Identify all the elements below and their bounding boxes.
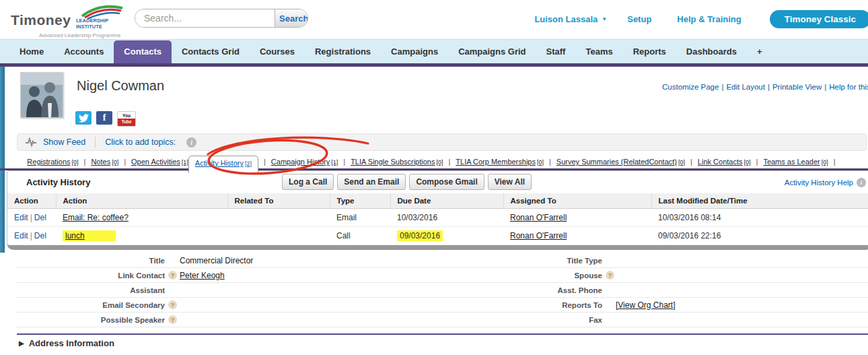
contact-detail-fields: Title Commercial Director Title Type Lin… xyxy=(17,253,868,327)
quicklink-link-contacts[interactable]: Link Contacts xyxy=(698,158,743,166)
field-label-title-type: Title Type xyxy=(437,257,602,265)
page-title-contact-name: Nigel Cowman xyxy=(77,78,164,94)
tab-reports[interactable]: Reports xyxy=(623,40,676,63)
main-tab-bar: Home Accounts Contacts Contacts Grid Cou… xyxy=(0,40,868,63)
col-assigned-to: Assigned To xyxy=(503,193,651,209)
youtube-icon[interactable]: You Tube xyxy=(117,111,136,127)
field-label-possible-speaker: Possible Speaker? xyxy=(17,316,165,324)
quicklink-activity-history-box: Activity History[2] xyxy=(188,156,258,173)
tab-staff[interactable]: Staff xyxy=(536,40,576,63)
tab-dashboards[interactable]: Dashboards xyxy=(676,40,747,63)
send-an-email-button[interactable]: Send an Email xyxy=(337,174,406,190)
customize-page-link[interactable]: Customize Page xyxy=(662,83,719,91)
tab-registrations[interactable]: Registrations xyxy=(305,40,381,63)
activity-due-date-highlighted: 09/03/2016 xyxy=(397,230,443,241)
col-action1: Action xyxy=(7,193,56,209)
show-feed-link[interactable]: Show Feed xyxy=(43,137,85,147)
quicklink-activity-history[interactable]: Activity History xyxy=(195,159,244,167)
col-last-modified: Last Modified Date/Time xyxy=(651,193,868,209)
field-label-reports-to: Reports To xyxy=(437,301,602,309)
collapsed-arrow-icon: ▶ xyxy=(19,340,24,347)
tab-campaigns-grid[interactable]: Campaigns Grid xyxy=(448,40,536,63)
feed-bar-divider xyxy=(95,137,96,148)
field-label-spouse: Spouse? xyxy=(437,271,602,280)
tab-add-plus[interactable]: + xyxy=(747,40,772,63)
tab-campaigns[interactable]: Campaigns xyxy=(381,40,448,63)
edit-link[interactable]: Edit xyxy=(14,231,28,240)
detail-row: Title Commercial Director Title Type xyxy=(17,253,868,268)
col-action2: Action xyxy=(56,193,227,209)
activity-subject-link[interactable]: Email: Re: coffee? xyxy=(63,213,129,222)
detail-row: Email Secondary? Reports To [View Org Ch… xyxy=(17,298,868,313)
user-name: Luison Lassala xyxy=(534,14,598,24)
quicklink-notes[interactable]: Notes xyxy=(91,158,110,166)
log-a-call-button[interactable]: Log a Call xyxy=(282,174,334,190)
link-contact-value-link[interactable]: Peter Keogh xyxy=(180,271,225,280)
contact-photo xyxy=(20,72,63,118)
quicklink-survey-summaries[interactable]: Survey Summaries (RelatedContact) xyxy=(556,158,677,166)
table-row: Edit|Del Email: Re: coffee? Email 10/03/… xyxy=(7,209,868,227)
assigned-to-link[interactable]: Ronan O'Farrell xyxy=(510,231,567,240)
table-row: Edit|Del lunch Call 09/03/2016 Ronan O'F… xyxy=(7,227,868,245)
del-link[interactable]: Del xyxy=(34,231,46,240)
timoney-classic-button[interactable]: Timoney Classic xyxy=(770,10,868,28)
quicklink-teams-as-leader[interactable]: Teams as Leader xyxy=(763,158,820,166)
help-for-page-link[interactable]: Help for this Pag xyxy=(829,83,868,91)
tab-contacts-grid[interactable]: Contacts Grid xyxy=(172,40,250,63)
field-label-link-contact: Link Contact? xyxy=(17,271,165,280)
activity-history-title: Activity History xyxy=(26,177,90,187)
field-label-title: Title xyxy=(17,257,165,265)
activity-history-panel: Activity History Log a Call Send an Emai… xyxy=(7,170,868,250)
address-information-label: Address Information xyxy=(29,338,114,348)
related-list-quicklinks: Registrations[0] | Notes[0] | Open Activ… xyxy=(0,154,868,169)
feed-bar: Show Feed Click to add topics: i xyxy=(17,133,867,151)
activity-type: Call xyxy=(330,227,390,245)
view-all-button[interactable]: View All xyxy=(488,174,532,190)
activity-due-date: 10/03/2016 xyxy=(390,209,503,227)
logo-tagline: Advanced Leadership Programme xyxy=(39,32,120,38)
tab-teams[interactable]: Teams xyxy=(575,40,622,63)
help-icon: ? xyxy=(168,300,177,309)
quicklink-tlia-corp-memberships[interactable]: TLIA Corp Memberships xyxy=(456,158,536,166)
tab-contacts[interactable]: Contacts xyxy=(114,40,172,63)
quicklink-registrations[interactable]: Registrations xyxy=(27,158,70,166)
add-topics-link[interactable]: Click to add topics: xyxy=(105,137,176,147)
view-org-chart-link[interactable]: [View Org Chart] xyxy=(616,300,675,310)
logo-brand-text: Timoney xyxy=(11,12,71,28)
logo-sub-line2: INSTITUTE xyxy=(76,24,108,30)
edit-link[interactable]: Edit xyxy=(14,213,28,222)
user-menu[interactable]: Luison Lassala ▼ xyxy=(534,14,607,24)
tab-home[interactable]: Home xyxy=(9,40,54,63)
logo-swoosh-icon xyxy=(79,1,125,19)
facebook-icon[interactable]: f xyxy=(96,111,112,125)
activity-history-help-link[interactable]: Activity History Help i xyxy=(785,178,858,187)
assigned-to-link[interactable]: Ronan O'Farrell xyxy=(510,213,567,222)
edit-layout-link[interactable]: Edit Layout xyxy=(726,83,765,91)
activity-subject-link-highlighted[interactable]: lunch xyxy=(63,230,116,241)
col-related-to: Related To xyxy=(227,193,330,209)
quicklink-open-activities[interactable]: Open Activities xyxy=(131,158,180,166)
search-button[interactable]: Search xyxy=(275,9,308,27)
search-input[interactable] xyxy=(135,9,275,27)
col-due-date: Due Date xyxy=(390,193,503,209)
twitter-icon[interactable] xyxy=(75,111,92,125)
page-action-links: Customize Page|Edit Layout|Printable Vie… xyxy=(662,83,868,91)
del-link[interactable]: Del xyxy=(34,213,46,222)
quicklink-tlia-single-subscriptions[interactable]: TLIA Single Subscriptions xyxy=(351,158,435,166)
help-training-link[interactable]: Help & Training xyxy=(677,14,741,24)
activity-type: Email xyxy=(330,209,390,227)
tab-courses[interactable]: Courses xyxy=(250,40,305,63)
printable-view-link[interactable]: Printable View xyxy=(772,83,822,91)
social-icons: f You Tube xyxy=(75,111,136,127)
header-right-nav: Luison Lassala ▼ Setup Help & Training T… xyxy=(534,0,868,38)
address-information-section-header[interactable]: ▶ Address Information xyxy=(19,338,114,348)
help-icon: ? xyxy=(168,315,177,324)
tab-bar-underline xyxy=(0,63,868,67)
setup-link[interactable]: Setup xyxy=(627,14,651,24)
tab-accounts[interactable]: Accounts xyxy=(54,40,114,63)
salesforce-contact-page: Timoney LEADERSHIP INSTITUTE Advanced Le… xyxy=(0,0,868,355)
compose-gmail-button[interactable]: Compose Gmail xyxy=(409,174,484,190)
help-icon: ? xyxy=(606,271,614,280)
field-label-assistant: Assistant xyxy=(17,286,165,294)
quicklink-campaign-history[interactable]: Campaign History xyxy=(271,158,330,166)
